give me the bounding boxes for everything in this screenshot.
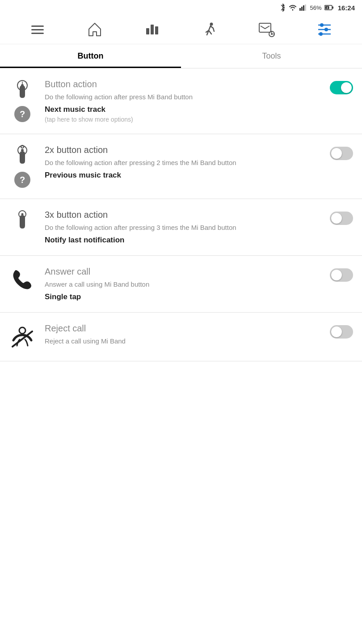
- home-icon: [87, 21, 103, 38]
- finger-double-icon: [11, 145, 34, 168]
- button-action-icon-group: ?: [9, 79, 36, 122]
- chart-icon: [146, 25, 158, 34]
- svg-rect-5: [332, 7, 333, 9]
- button-action-hint: (tap here to show more options): [45, 116, 324, 123]
- answer-call-value: Single tap: [45, 292, 324, 301]
- answer-call-toggle[interactable]: [330, 268, 353, 282]
- svg-point-18: [319, 32, 323, 36]
- finger-single-icon: [11, 79, 34, 102]
- reject-call-item[interactable]: Reject call Reject a call using Mi Band: [0, 313, 362, 361]
- button-action-desc: Do the following action after press Mi B…: [45, 92, 324, 102]
- activity-nav-button[interactable]: [200, 20, 219, 39]
- 3x-button-action-title: 3x button action: [45, 210, 324, 220]
- 3x-button-action-desc: Do the following action after pressing 3…: [45, 223, 324, 232]
- 2x-button-action-toggle[interactable]: [330, 147, 353, 160]
- running-icon: [202, 21, 218, 38]
- answer-call-title: Answer call: [45, 267, 324, 277]
- status-bar: 56% 16:24: [0, 0, 362, 15]
- 3x-button-action-value: Notify last notification: [45, 236, 324, 245]
- reject-call-title: Reject call: [45, 323, 324, 334]
- 2x-button-action-desc: Do the following action after pressing 2…: [45, 158, 324, 167]
- stats-nav-button[interactable]: [143, 20, 162, 39]
- 2x-button-action-toggle-container: [330, 145, 353, 160]
- battery-icon: [324, 5, 333, 10]
- answer-call-icon-group: [9, 267, 36, 293]
- 3x-button-action-icon-group: [9, 210, 36, 233]
- 2x-button-action-icon-group: ?: [9, 145, 36, 188]
- phone-icon: [9, 267, 36, 293]
- equalizer-nav-button[interactable]: [315, 20, 334, 39]
- button-action-title: Button action: [45, 79, 324, 89]
- status-time: 16:24: [338, 4, 355, 12]
- svg-rect-0: [299, 8, 301, 11]
- 3x-button-action-item[interactable]: 3x button action Do the following action…: [0, 199, 362, 256]
- svg-rect-1: [301, 7, 303, 11]
- 3x-button-action-content: 3x button action Do the following action…: [45, 210, 324, 245]
- button-action-content: Button action Do the following action af…: [45, 79, 324, 123]
- svg-point-25: [21, 213, 24, 216]
- 2x-button-action-title: 2x button action: [45, 145, 324, 155]
- svg-point-27: [19, 327, 25, 334]
- svg-point-23: [21, 145, 24, 148]
- button-action-value: Next music track: [45, 105, 324, 114]
- home-nav-button[interactable]: [85, 20, 105, 39]
- question-circle-1: ?: [14, 106, 30, 122]
- svg-point-7: [210, 23, 213, 26]
- svg-rect-3: [305, 4, 306, 11]
- reject-call-icon-group: [9, 323, 36, 350]
- answer-call-content: Answer call Answer a call using Mi Band …: [45, 267, 324, 301]
- tab-button[interactable]: Button: [0, 44, 181, 68]
- top-navigation: [0, 15, 362, 44]
- svg-point-16: [324, 28, 328, 31]
- settings-list: ? Button action Do the following action …: [0, 68, 362, 361]
- reject-call-desc: Reject a call using Mi Band: [45, 336, 324, 346]
- tab-button-label: Button: [78, 51, 104, 60]
- svg-point-20: [21, 84, 24, 87]
- reject-call-content: Reject call Reject a call using Mi Band: [45, 323, 324, 349]
- finger-triple-icon: [11, 210, 34, 233]
- 2x-button-action-item[interactable]: ? 2x button action Do the following acti…: [0, 134, 362, 199]
- message-settings-nav-button[interactable]: [257, 20, 277, 39]
- button-action-item[interactable]: ? Button action Do the following action …: [0, 68, 362, 134]
- bluetooth-icon: [280, 4, 286, 12]
- wifi-icon: [289, 4, 297, 11]
- svg-rect-8: [259, 23, 271, 32]
- reject-call-icon: [9, 323, 36, 350]
- answer-call-desc: Answer a call using Mi Band button: [45, 280, 324, 289]
- message-settings-icon: [258, 21, 275, 38]
- reject-call-toggle[interactable]: [330, 325, 353, 339]
- tab-bar: Button Tools: [0, 44, 362, 68]
- battery-text: 56%: [310, 4, 322, 11]
- button-action-toggle[interactable]: [330, 81, 353, 94]
- reject-call-toggle-container: [330, 323, 353, 339]
- signal-icon: [299, 4, 307, 11]
- button-action-toggle-container: [330, 79, 353, 94]
- tab-tools-label: Tools: [262, 51, 281, 60]
- 2x-button-action-content: 2x button action Do the following action…: [45, 145, 324, 180]
- answer-call-item[interactable]: Answer call Answer a call using Mi Band …: [0, 256, 362, 313]
- svg-point-14: [320, 23, 324, 27]
- 3x-button-action-toggle[interactable]: [330, 212, 353, 225]
- hamburger-menu[interactable]: [28, 20, 47, 39]
- question-circle-2: ?: [14, 172, 30, 188]
- 3x-button-action-toggle-container: [330, 210, 353, 225]
- answer-call-toggle-container: [330, 267, 353, 282]
- 2x-button-action-value: Previous music track: [45, 171, 324, 180]
- equalizer-icon: [316, 21, 333, 38]
- svg-rect-2: [303, 5, 304, 11]
- tab-tools[interactable]: Tools: [181, 44, 362, 68]
